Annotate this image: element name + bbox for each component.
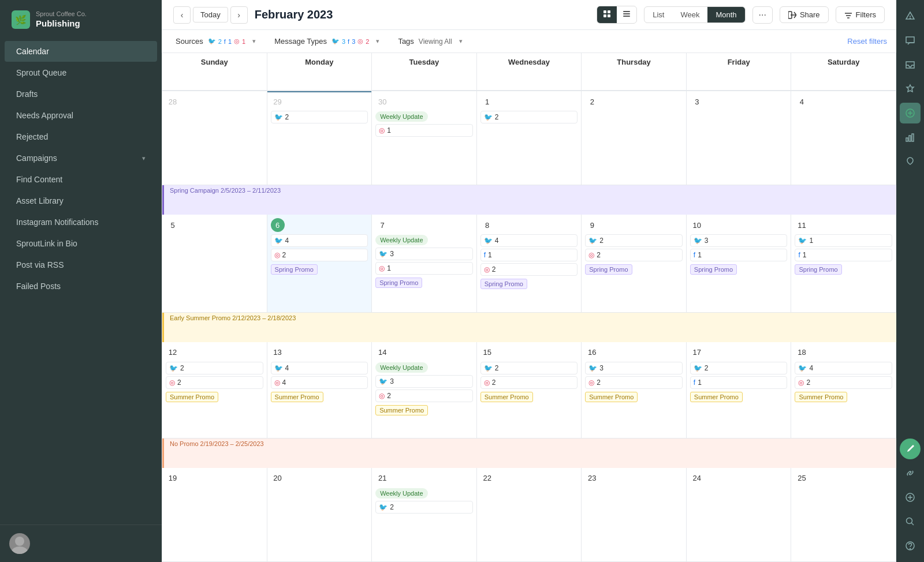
post-item[interactable]: 🐦 4 bbox=[480, 234, 578, 247]
promo-tag[interactable]: Spring Promo bbox=[375, 278, 422, 288]
day-cell-feb8[interactable]: 8 🐦 4 f 1 ◎ 2 Spring Promo bbox=[477, 215, 582, 312]
promo-tag[interactable]: Summer Promo bbox=[795, 392, 847, 402]
sources-filter[interactable]: Sources 🐦 2 f 1 ◎ 1 ▾ bbox=[171, 35, 260, 48]
post-item[interactable]: 🐦 2 bbox=[480, 111, 578, 123]
day-cell-feb15[interactable]: 15 🐦 2 ◎ 2 Summer Promo bbox=[477, 342, 582, 439]
chat-icon[interactable] bbox=[900, 30, 921, 51]
day-cell-jan28[interactable]: 28 bbox=[162, 91, 267, 185]
promo-tag[interactable]: Spring Promo bbox=[271, 264, 318, 275]
post-item[interactable]: 🐦 3 bbox=[690, 234, 788, 247]
promo-tag[interactable]: Spring Promo bbox=[690, 264, 737, 275]
sidebar-item-asset-library[interactable]: Asset Library bbox=[5, 190, 157, 211]
sidebar-item-instagram-notifications[interactable]: Instagram Notifications bbox=[5, 212, 157, 233]
sidebar-item-rejected[interactable]: Rejected bbox=[5, 126, 157, 147]
day-cell-feb24[interactable]: 24 bbox=[687, 468, 792, 562]
post-item[interactable]: 🐦 2 bbox=[585, 234, 683, 247]
create-post-button[interactable] bbox=[900, 439, 921, 459]
promo-tag[interactable]: Summer Promo bbox=[166, 392, 218, 402]
post-item[interactable]: ◎ 1 bbox=[375, 262, 473, 275]
day-cell-feb2[interactable]: 2 bbox=[582, 91, 687, 185]
day-cell-feb18[interactable]: 18 🐦 4 ◎ 2 Summer Promo bbox=[791, 342, 896, 439]
promo-tag[interactable]: Spring Promo bbox=[585, 264, 632, 275]
post-item[interactable]: ◎ 2 bbox=[585, 249, 683, 261]
post-item[interactable]: 🐦 2 bbox=[690, 362, 788, 374]
filters-button[interactable]: Filters bbox=[836, 6, 885, 23]
day-cell-feb4[interactable]: 4 bbox=[791, 91, 896, 185]
post-item[interactable]: 🐦 4 bbox=[271, 234, 368, 247]
sidebar-item-drafts[interactable]: Drafts bbox=[5, 84, 157, 104]
day-cell-feb20[interactable]: 20 bbox=[267, 468, 372, 562]
post-item[interactable]: f 1 bbox=[690, 249, 788, 261]
sidebar-item-post-via-rss[interactable]: Post via RSS bbox=[5, 254, 157, 275]
post-item[interactable]: ◎ 2 bbox=[375, 389, 473, 402]
post-item[interactable]: ◎ 2 bbox=[480, 263, 578, 276]
day-cell-feb1[interactable]: 1 🐦 2 bbox=[477, 91, 582, 185]
today-button[interactable]: Today bbox=[193, 7, 228, 23]
promo-tag[interactable]: Spring Promo bbox=[480, 279, 527, 289]
day-cell-feb5[interactable]: 5 bbox=[162, 215, 267, 312]
tab-week[interactable]: Week bbox=[672, 7, 707, 23]
day-cell-feb7[interactable]: 7 Weekly Update 🐦 3 ◎ 1 Spring Promo bbox=[372, 215, 477, 312]
day-cell-feb16[interactable]: 16 🐦 3 ◎ 2 Summer Promo bbox=[582, 342, 687, 439]
day-cell-feb21[interactable]: 21 Weekly Update 🐦 2 bbox=[372, 468, 477, 562]
prev-button[interactable]: ‹ bbox=[173, 6, 191, 24]
post-item[interactable]: 🐦 2 bbox=[375, 501, 473, 514]
post-item[interactable]: f 1 bbox=[795, 249, 892, 261]
sidebar-item-sproutlink[interactable]: SproutLink in Bio bbox=[5, 233, 157, 254]
day-cell-jan30[interactable]: 30 Weekly Update ◎ 1 bbox=[372, 91, 477, 185]
search-icon[interactable] bbox=[900, 511, 921, 532]
post-item[interactable]: 🐦 3 bbox=[585, 362, 683, 374]
day-cell-feb11[interactable]: 11 🐦 1 f 1 Spring Promo bbox=[791, 215, 896, 312]
more-button[interactable]: ··· bbox=[752, 6, 773, 24]
promo-tag[interactable]: Summer Promo bbox=[480, 392, 533, 402]
day-cell-jan29[interactable]: 29 🐦 2 bbox=[267, 91, 372, 185]
next-button[interactable]: › bbox=[230, 6, 248, 24]
post-item[interactable]: f 1 bbox=[690, 376, 788, 389]
post-item[interactable]: 🐦 2 bbox=[480, 362, 578, 374]
sidebar-item-campaigns[interactable]: Campaigns ▾ bbox=[5, 148, 157, 168]
compose-icon[interactable] bbox=[900, 103, 921, 123]
day-cell-feb23[interactable]: 23 bbox=[582, 468, 687, 562]
sidebar-item-sprout-queue[interactable]: Sprout Queue bbox=[5, 62, 157, 83]
tab-list[interactable]: List bbox=[644, 7, 672, 23]
post-item[interactable]: 🐦 3 bbox=[375, 248, 473, 260]
pin-icon[interactable] bbox=[900, 78, 921, 99]
weekly-update-tag[interactable]: Weekly Update bbox=[375, 235, 427, 245]
share-button[interactable]: Share bbox=[780, 6, 829, 23]
inbox-icon[interactable] bbox=[900, 54, 921, 75]
add-icon[interactable] bbox=[900, 487, 921, 508]
day-cell-feb22[interactable]: 22 bbox=[477, 468, 582, 562]
reset-filters-button[interactable]: Reset filters bbox=[847, 37, 887, 46]
post-item[interactable]: ◎ 2 bbox=[585, 376, 683, 389]
sidebar-item-calendar[interactable]: Calendar bbox=[5, 41, 157, 62]
tags-filter[interactable]: Tags Viewing All ▾ bbox=[393, 35, 467, 48]
day-cell-feb13[interactable]: 13 🐦 4 ◎ 4 Summer Promo bbox=[267, 342, 372, 439]
day-cell-feb10[interactable]: 10 🐦 3 f 1 Spring Promo bbox=[687, 215, 792, 312]
sidebar-item-needs-approval[interactable]: Needs Approval bbox=[5, 105, 157, 126]
day-cell-feb25[interactable]: 25 bbox=[791, 468, 896, 562]
listening-icon[interactable] bbox=[900, 151, 921, 172]
day-cell-feb14[interactable]: 14 Weekly Update 🐦 3 ◎ 2 Summer Promo bbox=[372, 342, 477, 439]
day-cell-feb9[interactable]: 9 🐦 2 ◎ 2 Spring Promo bbox=[582, 215, 687, 312]
promo-tag[interactable]: Summer Promo bbox=[271, 392, 323, 402]
post-item[interactable]: ◎ 2 bbox=[480, 376, 578, 389]
help-icon[interactable] bbox=[900, 535, 921, 556]
post-item[interactable]: ◎ 4 bbox=[271, 376, 368, 389]
post-item[interactable]: f 1 bbox=[480, 249, 578, 261]
post-item[interactable]: ◎ 2 bbox=[795, 376, 892, 389]
link-icon[interactable] bbox=[900, 463, 921, 484]
weekly-update-tag[interactable]: Weekly Update bbox=[375, 111, 427, 122]
post-item[interactable]: ◎ 2 bbox=[271, 249, 368, 261]
post-item[interactable]: 🐦 2 bbox=[166, 362, 263, 374]
post-item[interactable]: 🐦 2 bbox=[271, 111, 368, 123]
day-cell-feb19[interactable]: 19 bbox=[162, 468, 267, 562]
promo-tag[interactable]: Summer Promo bbox=[690, 392, 743, 402]
day-cell-feb17[interactable]: 17 🐦 2 f 1 Summer Promo bbox=[687, 342, 792, 439]
analytics-icon[interactable] bbox=[900, 127, 921, 148]
post-item[interactable]: 🐦 3 bbox=[375, 375, 473, 388]
day-cell-feb12[interactable]: 12 🐦 2 ◎ 2 Summer Promo bbox=[162, 342, 267, 439]
promo-tag[interactable]: Summer Promo bbox=[585, 392, 638, 402]
list-view-button[interactable] bbox=[617, 6, 636, 23]
sidebar-item-failed-posts[interactable]: Failed Posts bbox=[5, 276, 157, 297]
weekly-update-tag[interactable]: Weekly Update bbox=[375, 488, 427, 499]
